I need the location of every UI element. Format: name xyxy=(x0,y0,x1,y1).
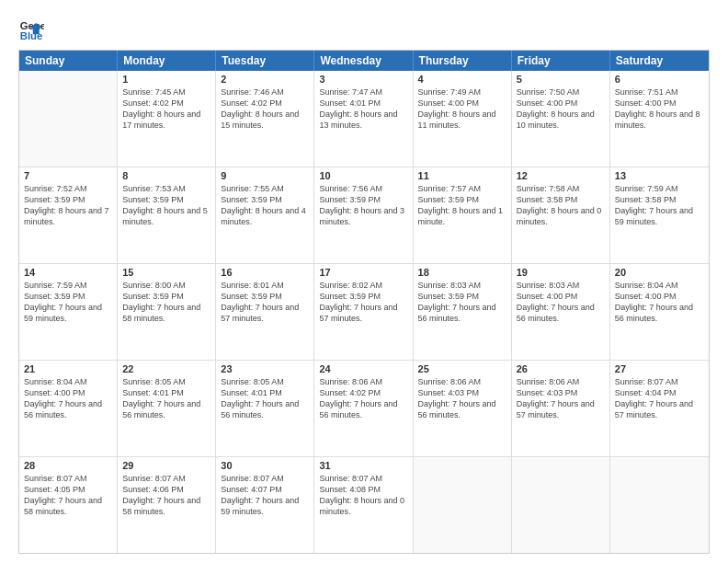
calendar-week-1: 1Sunrise: 7:45 AM Sunset: 4:02 PM Daylig… xyxy=(19,71,709,167)
calendar-cell: 21Sunrise: 8:04 AM Sunset: 4:00 PM Dayli… xyxy=(19,361,118,456)
cell-info: Sunrise: 7:59 AM Sunset: 3:59 PM Dayligh… xyxy=(24,280,112,325)
cell-info: Sunrise: 7:59 AM Sunset: 3:58 PM Dayligh… xyxy=(615,183,704,228)
calendar-cell: 10Sunrise: 7:56 AM Sunset: 3:59 PM Dayli… xyxy=(314,167,413,263)
cell-date: 18 xyxy=(418,267,506,278)
calendar-cell: 1Sunrise: 7:45 AM Sunset: 4:02 PM Daylig… xyxy=(118,71,216,167)
cell-info: Sunrise: 8:02 AM Sunset: 3:59 PM Dayligh… xyxy=(319,280,407,325)
calendar-cell: 24Sunrise: 8:06 AM Sunset: 4:02 PM Dayli… xyxy=(314,361,413,456)
calendar-cell: 7Sunrise: 7:52 AM Sunset: 3:59 PM Daylig… xyxy=(19,167,118,263)
calendar-cell: 15Sunrise: 8:00 AM Sunset: 3:59 PM Dayli… xyxy=(118,264,216,360)
cell-date: 31 xyxy=(319,460,407,471)
calendar-page: General Blue SundayMondayTuesdayWednesda… xyxy=(0,0,728,563)
calendar-body: 1Sunrise: 7:45 AM Sunset: 4:02 PM Daylig… xyxy=(19,71,709,553)
cell-date: 5 xyxy=(517,74,605,85)
calendar-cell: 20Sunrise: 8:04 AM Sunset: 4:00 PM Dayli… xyxy=(610,264,709,360)
cell-date: 2 xyxy=(221,74,309,85)
calendar-cell: 13Sunrise: 7:59 AM Sunset: 3:58 PM Dayli… xyxy=(610,167,709,263)
cell-date: 21 xyxy=(24,363,112,374)
cell-info: Sunrise: 7:58 AM Sunset: 3:58 PM Dayligh… xyxy=(517,183,605,228)
cell-date: 19 xyxy=(517,267,605,278)
cell-date: 4 xyxy=(418,74,506,85)
calendar-cell: 4Sunrise: 7:49 AM Sunset: 4:00 PM Daylig… xyxy=(414,71,512,167)
header-day-wednesday: Wednesday xyxy=(314,51,413,71)
cell-info: Sunrise: 8:06 AM Sunset: 4:03 PM Dayligh… xyxy=(418,376,506,421)
calendar-cell: 26Sunrise: 8:06 AM Sunset: 4:03 PM Dayli… xyxy=(512,361,610,456)
calendar-cell: 14Sunrise: 7:59 AM Sunset: 3:59 PM Dayli… xyxy=(19,264,118,360)
cell-info: Sunrise: 7:55 AM Sunset: 3:59 PM Dayligh… xyxy=(221,183,309,228)
cell-info: Sunrise: 8:07 AM Sunset: 4:07 PM Dayligh… xyxy=(221,473,309,518)
calendar-cell: 28Sunrise: 8:07 AM Sunset: 4:05 PM Dayli… xyxy=(19,457,118,553)
calendar-cell: 11Sunrise: 7:57 AM Sunset: 3:59 PM Dayli… xyxy=(414,167,512,263)
header-day-thursday: Thursday xyxy=(414,51,512,71)
calendar-cell: 31Sunrise: 8:07 AM Sunset: 4:08 PM Dayli… xyxy=(314,457,413,553)
cell-info: Sunrise: 8:04 AM Sunset: 4:00 PM Dayligh… xyxy=(24,376,112,421)
cell-info: Sunrise: 8:06 AM Sunset: 4:03 PM Dayligh… xyxy=(517,376,605,421)
calendar-cell: 29Sunrise: 8:07 AM Sunset: 4:06 PM Dayli… xyxy=(118,457,216,553)
header-day-friday: Friday xyxy=(512,51,610,71)
cell-date: 25 xyxy=(418,363,506,374)
calendar-cell: 30Sunrise: 8:07 AM Sunset: 4:07 PM Dayli… xyxy=(216,457,314,553)
cell-info: Sunrise: 8:05 AM Sunset: 4:01 PM Dayligh… xyxy=(221,376,309,421)
cell-info: Sunrise: 7:51 AM Sunset: 4:00 PM Dayligh… xyxy=(615,86,704,132)
calendar: SundayMondayTuesdayWednesdayThursdayFrid… xyxy=(18,50,710,554)
cell-date: 28 xyxy=(24,460,112,471)
calendar-cell xyxy=(19,71,118,167)
cell-info: Sunrise: 8:01 AM Sunset: 3:59 PM Dayligh… xyxy=(221,280,309,325)
calendar-cell: 12Sunrise: 7:58 AM Sunset: 3:58 PM Dayli… xyxy=(512,167,610,263)
calendar-cell: 8Sunrise: 7:53 AM Sunset: 3:59 PM Daylig… xyxy=(118,167,216,263)
calendar-cell: 2Sunrise: 7:46 AM Sunset: 4:02 PM Daylig… xyxy=(216,71,314,167)
logo-icon: General Blue xyxy=(18,17,44,42)
cell-date: 22 xyxy=(122,363,210,374)
cell-date: 10 xyxy=(319,170,407,181)
cell-info: Sunrise: 7:57 AM Sunset: 3:59 PM Dayligh… xyxy=(418,183,506,228)
cell-date: 12 xyxy=(517,170,605,181)
cell-info: Sunrise: 7:47 AM Sunset: 4:01 PM Dayligh… xyxy=(319,86,407,132)
cell-date: 16 xyxy=(221,267,309,278)
cell-info: Sunrise: 7:50 AM Sunset: 4:00 PM Dayligh… xyxy=(517,86,605,132)
cell-date: 15 xyxy=(122,267,210,278)
calendar-cell: 17Sunrise: 8:02 AM Sunset: 3:59 PM Dayli… xyxy=(314,264,413,360)
logo: General Blue xyxy=(18,17,48,42)
calendar-week-3: 14Sunrise: 7:59 AM Sunset: 3:59 PM Dayli… xyxy=(19,264,709,361)
cell-date: 1 xyxy=(122,74,210,85)
cell-date: 6 xyxy=(615,74,704,85)
cell-date: 30 xyxy=(221,460,309,471)
cell-date: 14 xyxy=(24,267,112,278)
cell-info: Sunrise: 7:53 AM Sunset: 3:59 PM Dayligh… xyxy=(122,183,210,228)
calendar-cell: 18Sunrise: 8:03 AM Sunset: 3:59 PM Dayli… xyxy=(414,264,512,360)
cell-info: Sunrise: 8:03 AM Sunset: 4:00 PM Dayligh… xyxy=(517,280,605,325)
cell-date: 11 xyxy=(418,170,506,181)
header-day-sunday: Sunday xyxy=(19,51,118,71)
cell-date: 7 xyxy=(24,170,112,181)
header-day-monday: Monday xyxy=(118,51,216,71)
cell-info: Sunrise: 8:07 AM Sunset: 4:06 PM Dayligh… xyxy=(122,473,210,518)
calendar-cell: 9Sunrise: 7:55 AM Sunset: 3:59 PM Daylig… xyxy=(216,167,314,263)
calendar-cell: 22Sunrise: 8:05 AM Sunset: 4:01 PM Dayli… xyxy=(118,361,216,456)
cell-info: Sunrise: 8:07 AM Sunset: 4:04 PM Dayligh… xyxy=(615,376,704,421)
cell-info: Sunrise: 8:05 AM Sunset: 4:01 PM Dayligh… xyxy=(122,376,210,421)
cell-date: 17 xyxy=(319,267,407,278)
calendar-week-2: 7Sunrise: 7:52 AM Sunset: 3:59 PM Daylig… xyxy=(19,167,709,264)
cell-info: Sunrise: 8:06 AM Sunset: 4:02 PM Dayligh… xyxy=(319,376,407,421)
header-day-tuesday: Tuesday xyxy=(216,51,314,71)
calendar-cell xyxy=(414,457,512,553)
cell-date: 3 xyxy=(319,74,407,85)
calendar-cell: 27Sunrise: 8:07 AM Sunset: 4:04 PM Dayli… xyxy=(610,361,709,456)
cell-info: Sunrise: 7:52 AM Sunset: 3:59 PM Dayligh… xyxy=(24,183,112,228)
cell-info: Sunrise: 7:45 AM Sunset: 4:02 PM Dayligh… xyxy=(122,86,210,132)
cell-date: 29 xyxy=(122,460,210,471)
calendar-cell: 23Sunrise: 8:05 AM Sunset: 4:01 PM Dayli… xyxy=(216,361,314,456)
cell-info: Sunrise: 8:03 AM Sunset: 3:59 PM Dayligh… xyxy=(418,280,506,325)
calendar-cell: 5Sunrise: 7:50 AM Sunset: 4:00 PM Daylig… xyxy=(512,71,610,167)
cell-info: Sunrise: 8:07 AM Sunset: 4:08 PM Dayligh… xyxy=(319,473,407,518)
calendar-cell: 16Sunrise: 8:01 AM Sunset: 3:59 PM Dayli… xyxy=(216,264,314,360)
cell-info: Sunrise: 7:56 AM Sunset: 3:59 PM Dayligh… xyxy=(319,183,407,228)
cell-date: 13 xyxy=(615,170,704,181)
calendar-header: SundayMondayTuesdayWednesdayThursdayFrid… xyxy=(19,51,709,71)
cell-date: 20 xyxy=(615,267,704,278)
header-day-saturday: Saturday xyxy=(610,51,709,71)
cell-date: 24 xyxy=(319,363,407,374)
calendar-cell xyxy=(610,457,709,553)
calendar-cell: 6Sunrise: 7:51 AM Sunset: 4:00 PM Daylig… xyxy=(610,71,709,167)
cell-date: 9 xyxy=(221,170,309,181)
